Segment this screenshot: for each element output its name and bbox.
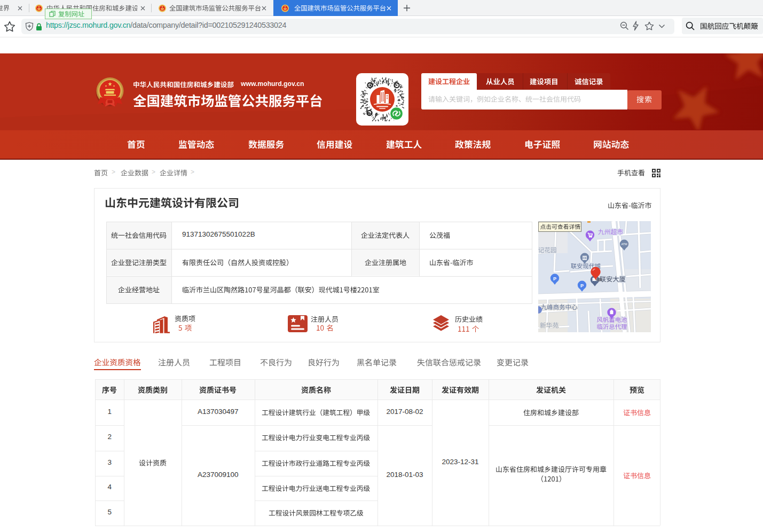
svg-text:P: P (553, 276, 556, 281)
svg-text:ATM: ATM (621, 242, 627, 246)
svg-text:P: P (580, 283, 584, 288)
